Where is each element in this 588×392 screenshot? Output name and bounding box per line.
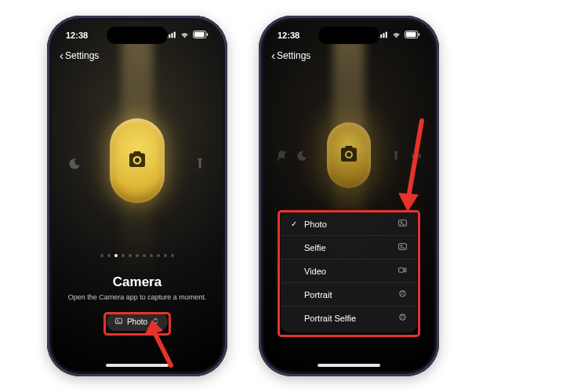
action-button-camera-pill <box>110 118 165 203</box>
feature-description: Open the Camera app to capture a moment. <box>52 293 223 301</box>
back-label[interactable]: Settings <box>277 50 310 61</box>
back-chevron-icon[interactable]: ‹ <box>271 49 275 62</box>
svg-rect-22 <box>399 244 407 250</box>
do-not-disturb-icon[interactable] <box>64 154 85 174</box>
photo-icon <box>397 241 408 253</box>
phone-frame-right: 12:38 ‹ Settings <box>259 16 439 376</box>
checkmark-icon: ✓ <box>290 220 298 228</box>
menu-item-selfie[interactable]: Selfie <box>281 235 417 259</box>
action-button-camera-pill <box>327 122 371 188</box>
camera-icon <box>125 147 149 174</box>
back-chevron-icon[interactable]: ‹ <box>60 49 64 62</box>
svg-rect-15 <box>406 32 416 37</box>
svg-point-9 <box>117 320 118 321</box>
menu-item-label: Photo <box>304 220 327 229</box>
mode-picker-label: Photo <box>127 318 147 326</box>
svg-rect-20 <box>399 220 407 227</box>
silent-mode-icon[interactable] <box>271 146 292 166</box>
mode-picker-button[interactable]: Photo <box>107 313 168 331</box>
nav-bar: ‹ Settings <box>52 49 223 62</box>
screen: 12:38 ‹ Settings <box>263 20 434 372</box>
svg-rect-3 <box>174 31 176 38</box>
feature-title: Camera <box>52 274 223 290</box>
do-not-disturb-icon[interactable] <box>292 146 312 166</box>
camera-icon <box>337 142 361 169</box>
menu-item-label: Selfie <box>304 243 326 252</box>
battery-icon <box>193 31 209 40</box>
flashlight-icon[interactable] <box>386 146 406 166</box>
mode-picker-menu: ✓Photo Selfie Video Portrait Portrait Se… <box>281 209 417 332</box>
menu-item-portrait-selfie[interactable]: Portrait Selfie <box>281 306 417 329</box>
screen: 12:38 ‹ Settings <box>52 20 223 372</box>
menu-item-label: Portrait <box>304 290 332 299</box>
flashlight-icon[interactable] <box>190 154 210 174</box>
svg-rect-24 <box>399 268 405 272</box>
svg-rect-5 <box>194 32 205 37</box>
status-time: 12:38 <box>278 31 299 40</box>
menu-item-label: Portrait Selfie <box>304 314 356 323</box>
svg-rect-16 <box>419 33 419 36</box>
svg-rect-1 <box>169 34 170 38</box>
photo-icon <box>114 317 123 327</box>
menu-item-label: Video <box>304 267 326 276</box>
voice-memo-icon[interactable] <box>406 146 426 166</box>
back-label[interactable]: Settings <box>65 50 99 61</box>
wifi-icon <box>391 31 401 40</box>
page-indicator <box>52 254 223 257</box>
battery-icon <box>405 31 420 40</box>
video-icon <box>397 265 408 277</box>
svg-point-23 <box>401 245 402 247</box>
menu-item-photo[interactable]: ✓Photo <box>281 212 417 235</box>
svg-point-21 <box>401 222 402 223</box>
nav-bar: ‹ Settings <box>263 49 434 62</box>
svg-rect-18 <box>412 154 421 158</box>
menu-item-video[interactable]: Video <box>281 259 417 282</box>
home-indicator <box>106 364 169 367</box>
dynamic-island <box>318 27 379 44</box>
status-time: 12:38 <box>66 31 88 40</box>
photo-icon <box>397 218 408 230</box>
dynamic-island <box>107 27 168 44</box>
svg-rect-6 <box>207 33 208 36</box>
updown-icon <box>151 317 160 327</box>
svg-rect-13 <box>386 31 387 38</box>
svg-rect-12 <box>383 33 385 38</box>
phone-frame-left: 12:38 ‹ Settings <box>47 16 227 376</box>
svg-rect-11 <box>380 34 382 38</box>
portrait-icon <box>397 289 408 300</box>
portrait-icon <box>397 312 408 324</box>
feature-caption: Camera Open the Camera app to capture a … <box>52 274 223 301</box>
wifi-icon <box>180 31 190 40</box>
menu-item-portrait[interactable]: Portrait <box>281 282 417 306</box>
svg-rect-8 <box>115 318 122 323</box>
svg-rect-2 <box>172 33 173 38</box>
home-indicator <box>318 364 380 367</box>
